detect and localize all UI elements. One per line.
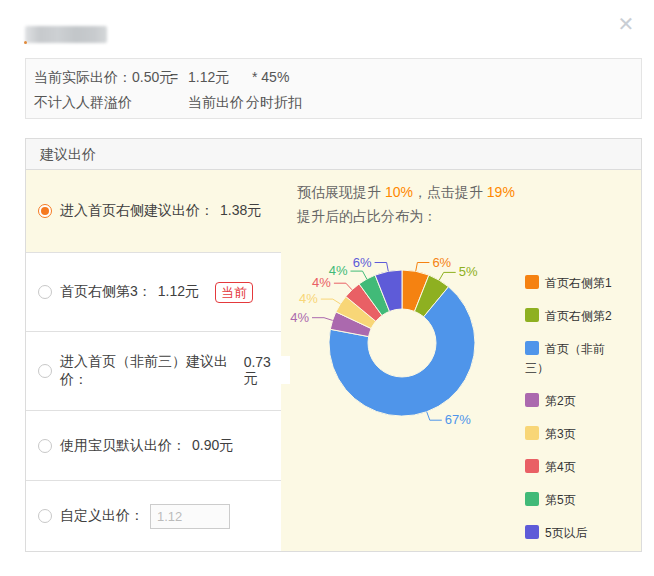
label-leader-line (375, 263, 389, 272)
legend-label: 首页右侧第2 (545, 309, 612, 323)
bid-suggestion-dialog: ✕ 当前实际出价：0.50元 = 1.12元 * 45% 不计入人群溢价 当前出… (0, 0, 654, 576)
radio-icon[interactable] (38, 364, 52, 378)
slice-percent-label: 4% (329, 263, 348, 278)
slice-percent-label: 6% (353, 255, 372, 270)
radio-selected-icon[interactable] (38, 204, 52, 218)
custom-bid-input[interactable] (150, 504, 230, 529)
label-leader-line (351, 271, 367, 279)
redacted-dialog-title (25, 26, 107, 43)
share-distribution-donut-chart: 6%5%67%4%4%4%4%6% (281, 234, 531, 534)
current-bid-summary: 当前实际出价：0.50元 = 1.12元 * 45% 不计入人群溢价 当前出价 … (25, 58, 642, 119)
legend-swatch-icon (525, 525, 539, 539)
legend-item[interactable]: 第4页 (525, 458, 617, 477)
forecast-line2: 提升后的占比分布为： (297, 204, 515, 228)
option-price: 0.90元 (192, 437, 233, 455)
option-item-default-bid[interactable]: 使用宝贝默认出价： 0.90元 (26, 410, 281, 480)
legend-item[interactable]: 第3页 (525, 425, 617, 444)
label-leader-line (321, 299, 341, 304)
bid-options-list: 进入首页右侧建议出价： 1.38元 首页右侧第3： 1.12元 当前 进入首页（… (26, 170, 281, 551)
legend-label: 第4页 (545, 460, 576, 474)
forecast-mid: ，点击提升 (413, 184, 487, 200)
option-label: 自定义出价： (60, 507, 144, 525)
legend-item[interactable]: 第2页 (525, 392, 617, 411)
slice-percent-label: 5% (459, 264, 478, 279)
legend-swatch-icon (525, 275, 539, 289)
option-homepage-right-3[interactable]: 首页右侧第3： 1.12元 当前 (26, 252, 281, 331)
legend-swatch-icon (525, 308, 539, 322)
panel-content: 进入首页右侧建议出价： 1.38元 首页右侧第3： 1.12元 当前 进入首页（… (26, 170, 641, 551)
label-leader-line (334, 283, 352, 290)
legend-item[interactable]: 首页右侧第1 (525, 274, 617, 293)
label-leader-line (427, 412, 442, 421)
forecast-text: 预估展现提升 10%，点击提升 19% 提升后的占比分布为： (297, 180, 515, 228)
actual-bid-label: 当前实际出价：0.50元 (34, 69, 173, 87)
radio-icon[interactable] (38, 439, 52, 453)
slice-percent-label: 67% (445, 412, 471, 427)
legend-item[interactable]: 首页（非前三） (525, 340, 617, 378)
legend-swatch-icon (525, 341, 539, 355)
legend-label: 5页以后 (545, 526, 588, 540)
panel-title: 建议出价 (26, 139, 641, 170)
legend-label: 第2页 (545, 394, 576, 408)
suggest-bid-panel: 建议出价 进入首页右侧建议出价： 1.38元 首页右侧第3： 1.12元 当前 … (25, 138, 642, 552)
forecast-prefix: 预估展现提升 (297, 184, 385, 200)
legend-item[interactable]: 第5页 (525, 491, 617, 510)
slice-percent-label: 4% (299, 291, 318, 306)
label-leader-line (312, 318, 333, 321)
legend-swatch-icon (525, 426, 539, 440)
forecast-line1: 预估展现提升 10%，点击提升 19% (297, 180, 515, 204)
option-label: 使用宝贝默认出价： (60, 437, 186, 455)
forecast-chart-panel: 预估展现提升 10%，点击提升 19% 提升后的占比分布为： 6%5%67%4%… (281, 170, 641, 551)
option-enter-homepage-right[interactable]: 进入首页右侧建议出价： 1.38元 (26, 170, 281, 252)
multiplier-value: * 45% (252, 69, 289, 85)
legend-label: 第5页 (545, 493, 576, 507)
impression-lift-value: 10% (385, 184, 413, 200)
legend-swatch-icon (525, 393, 539, 407)
note-time-discount: 分时折扣 (246, 94, 302, 112)
option-price: 1.12元 (158, 283, 199, 301)
label-leader-line (439, 272, 456, 280)
current-badge: 当前 (215, 282, 253, 303)
option-price: 1.38元 (220, 202, 261, 220)
slice-percent-label: 4% (290, 310, 309, 325)
close-icon[interactable]: ✕ (614, 12, 638, 36)
label-leader-line (416, 263, 430, 272)
option-label: 进入首页（非前三）建议出价： (60, 353, 238, 389)
option-label: 首页右侧第3： (60, 283, 152, 301)
chart-legend: 首页右侧第1首页右侧第2首页（非前三）第2页第3页第4页第5页5页以后 (525, 274, 617, 557)
radio-icon[interactable] (38, 509, 52, 523)
option-custom-bid[interactable]: 自定义出价： (26, 480, 281, 551)
legend-item[interactable]: 5页以后 (525, 524, 617, 543)
legend-swatch-icon (525, 492, 539, 506)
base-price-value: 1.12元 (188, 69, 229, 87)
option-label: 进入首页右侧建议出价： (60, 202, 214, 220)
note-current-bid: 当前出价 (188, 94, 244, 112)
legend-label: 首页右侧第1 (545, 276, 612, 290)
slice-percent-label: 6% (432, 255, 451, 270)
redacted-title-marker (24, 41, 27, 44)
equals-sign: = (170, 69, 178, 85)
legend-item[interactable]: 首页右侧第2 (525, 307, 617, 326)
radio-icon[interactable] (38, 285, 52, 299)
legend-label: 第3页 (545, 427, 576, 441)
option-price: 0.73元 (244, 354, 281, 388)
note-exclude-crowd-premium: 不计入人群溢价 (34, 94, 132, 112)
click-lift-value: 19% (487, 184, 515, 200)
option-enter-homepage-not-top3[interactable]: 进入首页（非前三）建议出价： 0.73元 (26, 331, 281, 410)
legend-swatch-icon (525, 459, 539, 473)
